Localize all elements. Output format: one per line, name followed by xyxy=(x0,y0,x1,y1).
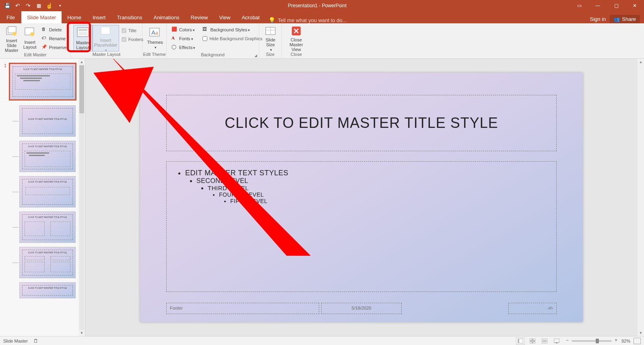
slide-size-label: Slide Size xyxy=(266,37,275,47)
group-background: 🟥Colors AFonts ◯Effects 🖼Background Styl… xyxy=(167,23,259,58)
themes-label: Themes xyxy=(147,40,163,45)
zoom-slider[interactable]: −+ xyxy=(572,340,612,342)
tab-slide-master[interactable]: Slide Master xyxy=(21,11,62,23)
slide-master-canvas: CLICK TO EDIT MASTER TITLE STYLE EDIT MA… xyxy=(140,73,583,322)
insert-placeholder-button[interactable]: Insert Placeholder xyxy=(93,25,119,51)
group-label-background: Background◢ xyxy=(167,52,259,58)
notes-indicator-icon[interactable] xyxy=(33,338,38,344)
layout-thumbnail[interactable]: CLICK TO EDIT MASTER TITLE STYLE xyxy=(19,176,76,207)
date-placeholder[interactable]: 5/18/2020 xyxy=(321,303,402,314)
tab-view[interactable]: View xyxy=(213,11,236,23)
view-sorter-icon[interactable] xyxy=(528,337,537,345)
fit-to-window-icon[interactable] xyxy=(634,338,641,344)
start-from-beginning-icon[interactable] xyxy=(34,1,43,10)
scroll-down-icon[interactable]: ▼ xyxy=(78,330,85,336)
view-normal-icon[interactable] xyxy=(516,337,525,345)
svg-text:A: A xyxy=(151,29,155,36)
scroll-up-icon[interactable]: ▲ xyxy=(638,59,644,65)
insert-placeholder-icon xyxy=(99,26,112,37)
rename-button[interactable]: 🏷Rename xyxy=(40,35,68,43)
layout-thumbnail[interactable]: CLICK TO EDIT MASTER TITLE STYLE xyxy=(19,105,76,137)
group-edit-master: Insert Slide Master Insert Layout 🗑Delet… xyxy=(0,23,71,58)
delete-icon: 🗑 xyxy=(41,27,48,33)
svg-rect-20 xyxy=(530,341,532,343)
footers-checkbox[interactable]: Footers xyxy=(120,35,145,43)
tab-transitions[interactable]: Transitions xyxy=(111,11,148,23)
restore-icon[interactable] xyxy=(607,0,625,11)
ribbon: Insert Slide Master Insert Layout 🗑Delet… xyxy=(0,23,644,59)
delete-button[interactable]: 🗑Delete xyxy=(40,26,68,34)
themes-icon: Aa xyxy=(149,26,161,39)
tab-file[interactable]: File xyxy=(0,11,21,23)
redo-icon[interactable] xyxy=(23,1,33,10)
svg-rect-6 xyxy=(78,29,87,31)
view-slideshow-icon[interactable] xyxy=(552,337,561,345)
background-styles-icon: 🖼 xyxy=(202,27,209,33)
layout-thumbnail[interactable]: CLICK TO EDIT MASTER TITLE STYLE xyxy=(19,247,76,278)
zoom-in-icon[interactable]: + xyxy=(615,337,617,343)
tab-insert[interactable]: Insert xyxy=(87,11,111,23)
close-master-view-button[interactable]: Close Master View xyxy=(284,25,308,51)
document-title: Presentation1 - PowerPoint xyxy=(64,3,570,8)
colors-button[interactable]: 🟥Colors xyxy=(170,26,197,34)
fonts-button[interactable]: AFonts xyxy=(170,35,197,43)
editor-scrollbar[interactable]: ▲ ▼ xyxy=(638,59,644,336)
close-master-view-label: Close Master View xyxy=(287,37,306,52)
background-styles-button[interactable]: 🖼Background Styles xyxy=(201,26,264,34)
title-placeholder[interactable]: CLICK TO EDIT MASTER TITLE STYLE xyxy=(166,95,557,151)
title-checkbox[interactable]: Title xyxy=(120,27,145,35)
save-icon[interactable] xyxy=(2,1,12,10)
scroll-down-icon[interactable]: ▼ xyxy=(638,330,644,336)
lightbulb-icon: 💡 xyxy=(268,17,275,23)
title-bar: Presentation1 - PowerPoint xyxy=(0,0,644,11)
qat-customize-icon[interactable] xyxy=(55,1,64,10)
preserve-button[interactable]: 📌Preserve xyxy=(40,43,68,51)
master-layout-button[interactable]: Master Layout xyxy=(73,25,93,51)
tab-acrobat[interactable]: Acrobat xyxy=(236,11,265,23)
tab-review[interactable]: Review xyxy=(185,11,214,23)
insert-layout-button[interactable]: Insert Layout xyxy=(21,25,39,51)
close-window-icon[interactable] xyxy=(625,0,644,11)
ribbon-tabs: File Slide Master Home Insert Transition… xyxy=(0,11,644,23)
hide-background-checkbox[interactable]: Hide Background Graphics xyxy=(201,35,264,43)
svg-rect-17 xyxy=(518,339,519,343)
scroll-up-icon[interactable]: ▲ xyxy=(78,59,85,65)
colors-icon: 🟥 xyxy=(171,27,178,33)
tell-me-search[interactable]: 💡 Tell me what you want to do... xyxy=(268,17,347,23)
body-placeholder[interactable]: EDIT MASTER TEXT STYLES SECOND LEVEL THI… xyxy=(166,161,557,292)
tab-animations[interactable]: Animations xyxy=(148,11,185,23)
ribbon-display-options-icon[interactable] xyxy=(570,0,588,11)
slide-number-placeholder[interactable]: ‹#› xyxy=(508,303,557,314)
thumbnail-scrollbar[interactable]: ▲ ▼ xyxy=(78,59,85,336)
zoom-level[interactable]: 92% xyxy=(621,339,630,343)
quick-access-toolbar xyxy=(0,1,64,10)
tab-home[interactable]: Home xyxy=(62,11,87,23)
insert-slide-master-icon xyxy=(5,26,18,37)
themes-button[interactable]: Aa Themes xyxy=(145,25,165,51)
share-icon xyxy=(614,16,620,22)
slide-size-icon xyxy=(264,26,277,36)
dialog-launcher-icon[interactable]: ◢ xyxy=(254,53,257,58)
layout-thumbnail[interactable]: CLICK TO EDIT MASTER TITLE STYLE xyxy=(19,282,76,298)
undo-icon[interactable] xyxy=(13,1,23,10)
svg-rect-7 xyxy=(78,32,87,35)
slide-canvas-area[interactable]: CLICK TO EDIT MASTER TITLE STYLE EDIT MA… xyxy=(85,59,638,336)
master-thumbnail[interactable]: 1 CLICK TO EDIT MASTER TITLE STYLE xyxy=(9,63,76,101)
footer-placeholder[interactable]: Footer xyxy=(166,303,319,314)
group-size: Slide Size Size xyxy=(259,23,282,58)
layout-thumbnail[interactable]: CLICK TO EDIT MASTER TITLE STYLE xyxy=(19,141,76,172)
zoom-out-icon[interactable]: − xyxy=(566,337,569,343)
minimize-icon[interactable] xyxy=(588,0,607,11)
view-reading-icon[interactable] xyxy=(540,337,549,345)
group-master-layout: Master Layout Insert Placeholder Title F… xyxy=(71,23,142,58)
slide-size-button[interactable]: Slide Size xyxy=(262,25,279,51)
effects-button[interactable]: ◯Effects xyxy=(170,43,197,51)
group-label-edit-master: Edit Master xyxy=(0,52,70,58)
insert-slide-master-button[interactable]: Insert Slide Master xyxy=(2,25,21,51)
share-button[interactable]: Share xyxy=(610,15,640,23)
touch-mode-icon[interactable] xyxy=(44,1,54,10)
sign-in-link[interactable]: Sign in xyxy=(590,16,606,22)
slide-thumbnail-pane[interactable]: 1 CLICK TO EDIT MASTER TITLE STYLE CLICK… xyxy=(0,59,85,336)
layout-thumbnail[interactable]: CLICK TO EDIT MASTER TITLE STYLE xyxy=(19,212,76,243)
svg-rect-21 xyxy=(533,341,535,343)
